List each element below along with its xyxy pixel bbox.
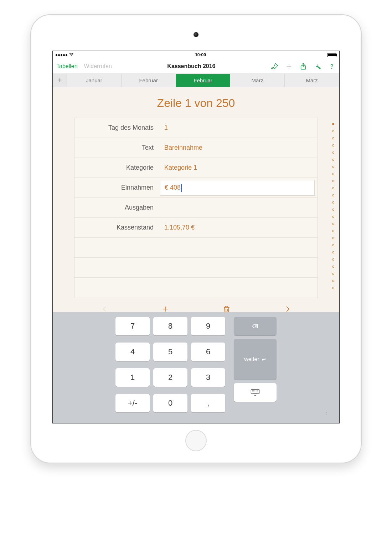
row-action-bar xyxy=(74,300,318,312)
field-label: Text xyxy=(74,144,160,151)
field-label: Kassenstand xyxy=(74,224,160,231)
field-label: Tag des Monats xyxy=(74,124,160,132)
field-value-editing[interactable]: € 408 xyxy=(160,180,315,196)
next-key-label: weiter xyxy=(244,356,259,363)
field-label: Ausgaben xyxy=(74,204,160,211)
device-camera xyxy=(194,32,198,37)
field-value[interactable]: Kategorie 1 xyxy=(160,164,318,171)
numeric-keypad: 7 8 9 4 5 6 1 2 3 xyxy=(53,312,339,423)
form-row-kategorie[interactable]: Kategorie Kategorie 1 xyxy=(74,158,318,178)
hide-keyboard-key[interactable] xyxy=(234,383,277,402)
field-value[interactable]: 1.105,70 € xyxy=(160,224,318,231)
form-row-empty: . xyxy=(74,278,318,298)
key-2[interactable]: 2 xyxy=(153,368,187,387)
screen: 10:00 Tabellen Widerrufen Kassenbuch 201… xyxy=(52,51,340,423)
app-toolbar: Tabellen Widerrufen Kassenbuch 2016 xyxy=(53,59,339,74)
text-cursor xyxy=(181,184,182,192)
wrench-icon[interactable] xyxy=(314,62,321,70)
tab-februar-2[interactable]: Februar xyxy=(176,74,231,87)
svg-point-2 xyxy=(331,68,332,68)
backspace-key[interactable] xyxy=(234,317,277,335)
tab-februar-1[interactable]: Februar xyxy=(122,74,176,87)
next-key[interactable]: weiter↵ xyxy=(234,339,277,380)
add-row-button[interactable] xyxy=(161,305,170,312)
key-6[interactable]: 6 xyxy=(191,343,225,361)
tab-januar[interactable]: Januar xyxy=(67,74,122,87)
key-3[interactable]: 3 xyxy=(191,368,225,387)
signal-dots-icon xyxy=(56,54,67,56)
prev-row-button[interactable] xyxy=(100,305,109,312)
field-value[interactable]: 1 xyxy=(160,124,318,132)
key-8[interactable]: 8 xyxy=(153,317,187,335)
field-label: Einnahmen xyxy=(74,184,160,191)
status-time: 10:00 xyxy=(195,52,206,57)
status-bar: 10:00 xyxy=(53,51,339,59)
form-row-empty: . xyxy=(74,258,318,278)
help-icon[interactable] xyxy=(328,62,336,70)
paintbrush-icon[interactable] xyxy=(271,62,279,70)
sheet-tabs: + Januar Februar Februar März März xyxy=(53,74,339,87)
battery-icon xyxy=(327,53,336,57)
tab-maerz-2[interactable]: März xyxy=(285,74,339,87)
add-sheet-button[interactable]: + xyxy=(53,74,67,87)
tab-maerz-1[interactable]: März xyxy=(230,74,285,87)
wifi-icon xyxy=(69,52,74,58)
key-9[interactable]: 9 xyxy=(191,317,225,335)
form-row-ausgaben[interactable]: Ausgaben xyxy=(74,198,318,218)
row-indicator-title: Zeile 1 von 250 xyxy=(53,97,339,110)
form-row-einnahmen[interactable]: Einnahmen € 408 xyxy=(74,178,318,198)
tab-label: März xyxy=(306,77,318,83)
tab-label: Februar xyxy=(194,77,212,83)
row-pager-dots[interactable] xyxy=(332,123,334,289)
plus-icon[interactable] xyxy=(285,62,293,70)
key-plusminus[interactable]: +/- xyxy=(115,394,150,412)
key-0[interactable]: 0 xyxy=(153,394,187,412)
form-row-tag[interactable]: Tag des Monats 1 xyxy=(74,118,318,138)
form-row-text[interactable]: Text Bareinnahme xyxy=(74,138,318,158)
return-icon: ↵ xyxy=(262,356,266,363)
undo-button[interactable]: Widerrufen xyxy=(84,63,112,70)
home-button[interactable] xyxy=(185,430,207,451)
key-5[interactable]: 5 xyxy=(153,343,187,361)
form-row-kassenstand[interactable]: Kassenstand 1.105,70 € xyxy=(74,218,318,238)
svg-point-0 xyxy=(71,55,71,56)
key-comma[interactable]: , xyxy=(191,394,225,412)
tab-label: Februar xyxy=(139,77,158,83)
input-text: € 408 xyxy=(165,184,181,191)
tab-label: März xyxy=(252,77,263,83)
tab-label: Januar xyxy=(86,77,102,83)
document-title: Kassenbuch 2016 xyxy=(167,63,215,70)
key-4[interactable]: 4 xyxy=(115,343,150,361)
form-row-empty: . xyxy=(74,238,318,258)
field-value[interactable]: Bareinnahme xyxy=(160,144,318,151)
next-row-button[interactable] xyxy=(283,305,292,312)
key-7[interactable]: 7 xyxy=(115,317,150,335)
key-1[interactable]: 1 xyxy=(115,368,150,387)
ipad-frame: 10:00 Tabellen Widerrufen Kassenbuch 201… xyxy=(30,14,362,463)
field-label: Kategorie xyxy=(74,164,160,171)
back-button[interactable]: Tabellen xyxy=(56,63,78,70)
share-icon[interactable] xyxy=(299,62,307,70)
keypad-more-icon[interactable]: ⋮ xyxy=(324,410,330,415)
delete-row-button[interactable] xyxy=(222,305,231,312)
content-area: Zeile 1 von 250 Tag des Monats 1 Text Ba… xyxy=(53,87,339,312)
form-table: Tag des Monats 1 Text Bareinnahme Katego… xyxy=(74,118,318,298)
